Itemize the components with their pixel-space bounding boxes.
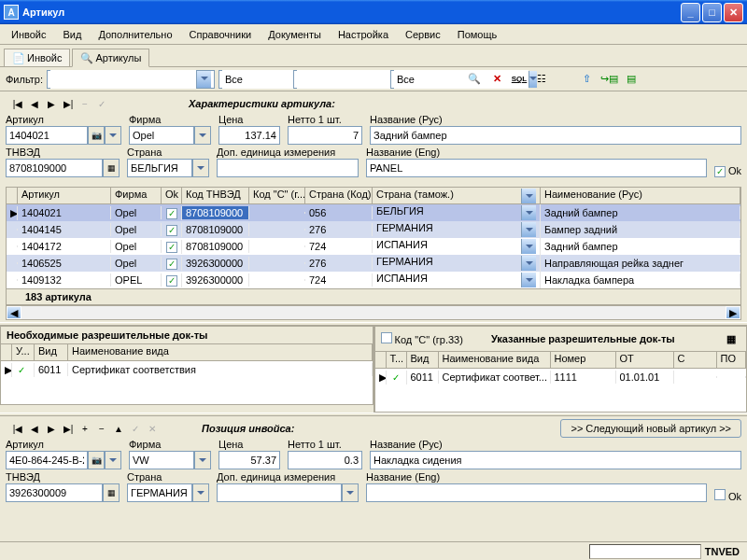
chevron-down-icon[interactable] bbox=[521, 205, 536, 220]
col-ccode[interactable]: Страна (Код) bbox=[305, 188, 373, 203]
table-row[interactable]: 1406525Opel✓3926300000276ГЕРМАНИЯНаправл… bbox=[7, 255, 740, 272]
grid-icon[interactable]: ▦ bbox=[722, 329, 740, 348]
col-article[interactable]: Артикул bbox=[18, 188, 111, 203]
nav-first-icon[interactable]: |◀ bbox=[11, 422, 24, 435]
col-s[interactable]: С bbox=[674, 352, 717, 368]
table-check-icon[interactable]: ☷ bbox=[532, 70, 551, 89]
firm-input[interactable] bbox=[129, 451, 194, 469]
namerus-input[interactable] bbox=[370, 126, 741, 145]
camera-icon[interactable]: 📷 bbox=[88, 451, 105, 469]
menu-ref[interactable]: Справочники bbox=[182, 27, 260, 42]
nav-edit-icon[interactable]: ▲ bbox=[112, 422, 125, 435]
nav-confirm-icon[interactable]: ✓ bbox=[129, 422, 142, 435]
up-arrow-icon[interactable]: ⇧ bbox=[577, 70, 596, 89]
chevron-down-icon[interactable] bbox=[342, 483, 359, 502]
export-icon[interactable]: ▤ bbox=[622, 70, 641, 89]
filter-combo-2[interactable] bbox=[218, 70, 289, 89]
filter-combo-3[interactable] bbox=[293, 70, 387, 89]
nav-last-icon[interactable]: ▶| bbox=[62, 422, 75, 435]
nameeng-input[interactable] bbox=[366, 483, 707, 502]
menu-settings[interactable]: Настройка bbox=[331, 27, 396, 42]
menu-help[interactable]: Помощь bbox=[450, 27, 505, 42]
chevron-down-icon[interactable] bbox=[194, 451, 211, 469]
menu-docs[interactable]: Документы bbox=[261, 27, 329, 42]
col-kindname[interactable]: Наименование вида bbox=[68, 344, 373, 360]
table-row[interactable]: 1409132OPEL✓3926300000724ИСПАНИЯНакладка… bbox=[7, 272, 740, 288]
table-row[interactable]: 1404172Opel✓8708109000724ИСПАНИЯЗадний б… bbox=[7, 238, 740, 255]
col-kindname[interactable]: Наименование вида bbox=[439, 352, 551, 368]
chevron-down-icon[interactable] bbox=[521, 256, 536, 271]
nav-add-icon[interactable]: + bbox=[78, 422, 92, 435]
addunit-input[interactable] bbox=[217, 159, 359, 177]
doc-row[interactable]: ▶ ✓ 6011 Сертификат соответствия bbox=[1, 361, 373, 378]
delete-icon[interactable]: ✕ bbox=[487, 70, 506, 89]
nav-cancel-icon[interactable]: ✕ bbox=[146, 422, 159, 435]
col-ccustom[interactable]: Страна (тамож.) bbox=[373, 188, 541, 203]
nameeng-input[interactable] bbox=[366, 159, 707, 177]
col-firm[interactable]: Фирма bbox=[111, 188, 162, 203]
tnved-input[interactable] bbox=[6, 159, 103, 177]
menu-invoice[interactable]: Инвойс bbox=[4, 27, 53, 42]
netto-input[interactable] bbox=[288, 451, 362, 469]
chevron-down-icon[interactable] bbox=[194, 126, 211, 145]
tab-articles[interactable]: 🔍 Артикулы bbox=[72, 49, 149, 67]
table-row[interactable]: ▶1404021Opel✓8708109000056БЕЛЬГИЯЗадний … bbox=[7, 204, 740, 221]
scroll-left-icon[interactable]: ◀ bbox=[7, 306, 21, 319]
menu-service[interactable]: Сервис bbox=[398, 27, 448, 42]
country-input[interactable] bbox=[127, 159, 192, 177]
binoculars-icon[interactable]: 🔍 bbox=[465, 70, 484, 89]
col-name[interactable]: Наименование (Рус) bbox=[541, 188, 740, 203]
col-t[interactable]: Т... bbox=[387, 352, 407, 368]
chevron-down-icon[interactable] bbox=[521, 239, 536, 254]
addunit-input[interactable] bbox=[217, 483, 342, 502]
firm-input[interactable] bbox=[129, 126, 194, 145]
col-from[interactable]: ОТ bbox=[616, 352, 674, 368]
col-kind[interactable]: Вид bbox=[35, 344, 68, 360]
col-codec[interactable]: Код "С" (г... bbox=[249, 188, 305, 203]
price-input[interactable] bbox=[218, 126, 280, 145]
filter-combo-1[interactable] bbox=[47, 70, 215, 89]
table-row[interactable]: 1404145Opel✓8708109000276ГЕРМАНИЯБампер … bbox=[7, 221, 740, 238]
col-ok[interactable]: Ok bbox=[162, 188, 182, 203]
article-input[interactable] bbox=[6, 126, 88, 145]
chevron-down-icon[interactable] bbox=[105, 126, 121, 145]
country-input[interactable] bbox=[127, 483, 192, 502]
next-article-button[interactable]: >> Следующий новый артикул >> bbox=[560, 419, 741, 438]
camera-icon[interactable]: 📷 bbox=[88, 126, 105, 145]
main-grid[interactable]: Артикул Фирма Ok Код ТНВЭД Код "С" (г...… bbox=[6, 187, 741, 305]
grid-icon[interactable]: ▦ bbox=[103, 483, 120, 502]
menu-additional[interactable]: Дополнительно bbox=[91, 27, 179, 42]
chevron-down-icon[interactable] bbox=[105, 451, 121, 469]
nav-prev-icon[interactable]: ◀ bbox=[28, 422, 41, 435]
codec-checkbox[interactable]: Код "С" (гр.33) bbox=[381, 332, 463, 345]
chevron-down-icon[interactable] bbox=[521, 189, 536, 203]
nav-prev-icon[interactable]: ◀ bbox=[28, 97, 41, 110]
nav-last-icon[interactable]: ▶| bbox=[62, 97, 75, 110]
tab-invoice[interactable]: 📄 Инвойс bbox=[4, 49, 70, 66]
excel-export-icon[interactable]: ↪▤ bbox=[599, 70, 618, 89]
col-number[interactable]: Номер bbox=[551, 352, 616, 368]
nav-next-icon[interactable]: ▶ bbox=[45, 97, 58, 110]
nav-next-icon[interactable]: ▶ bbox=[45, 422, 58, 435]
col-tnved[interactable]: Код ТНВЭД bbox=[182, 188, 249, 203]
ok-checkbox[interactable]: ✓ Ok bbox=[714, 165, 741, 177]
netto-input[interactable] bbox=[288, 126, 362, 145]
nav-confirm-icon[interactable]: ✓ bbox=[95, 97, 108, 110]
scroll-right-icon[interactable]: ▶ bbox=[726, 306, 740, 319]
namerus-input[interactable] bbox=[370, 451, 741, 469]
chevron-down-icon[interactable] bbox=[521, 273, 536, 287]
menu-view[interactable]: Вид bbox=[55, 27, 89, 42]
chevron-down-icon[interactable] bbox=[521, 222, 536, 237]
sql-icon[interactable]: SQL bbox=[510, 70, 529, 89]
minimize-button[interactable]: _ bbox=[681, 3, 700, 22]
chevron-down-icon[interactable] bbox=[192, 159, 209, 177]
doc-row[interactable]: ▶ ✓ 6011 Сертификат соответ... 1111 01.0… bbox=[375, 369, 747, 385]
price-input[interactable] bbox=[218, 451, 280, 469]
filter-combo-4[interactable] bbox=[390, 70, 461, 89]
article-input[interactable] bbox=[6, 451, 88, 469]
col-to[interactable]: ПО bbox=[717, 352, 747, 368]
hscrollbar[interactable]: ◀▶ bbox=[6, 305, 741, 320]
col-u[interactable]: У... bbox=[12, 344, 35, 360]
nav-first-icon[interactable]: |◀ bbox=[11, 97, 24, 110]
grid-icon[interactable]: ▦ bbox=[103, 159, 120, 177]
